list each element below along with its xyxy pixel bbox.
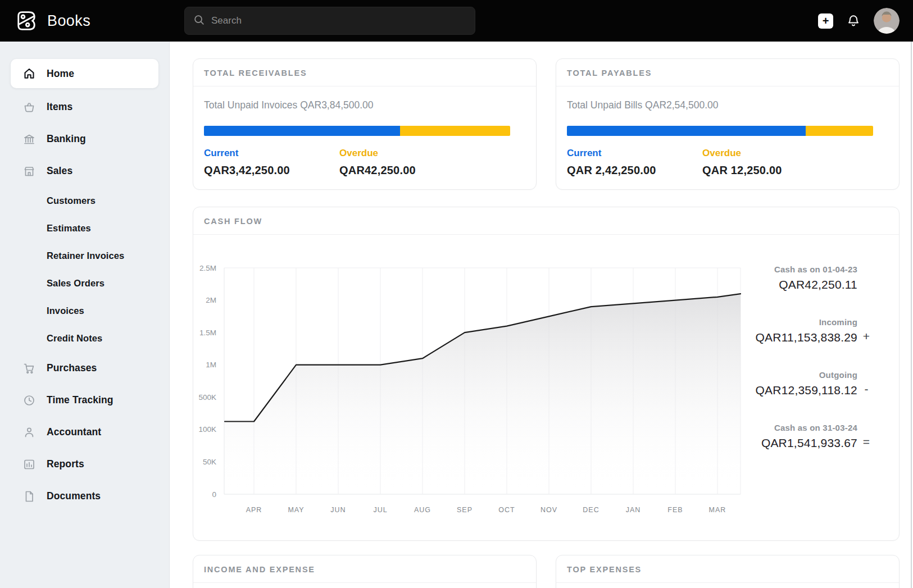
current-amount: QAR 2,42,250.00 [567, 164, 702, 177]
sidebar-item-label: Reports [47, 458, 84, 470]
sidebar: HomeItemsBankingSalesCustomersEstimatesR… [0, 42, 170, 588]
add-button[interactable]: + [818, 13, 833, 29]
sidebar-item-credit-notes[interactable]: Credit Notes [0, 325, 169, 352]
clock-icon [22, 394, 36, 407]
summary-value: QAR1,541,933.67 [761, 436, 857, 450]
current-bar-segment [567, 126, 806, 136]
user-avatar[interactable] [874, 8, 900, 34]
summary-operator [857, 290, 875, 291]
sidebar-item-label: Sales Orders [47, 278, 105, 289]
basket-icon [22, 101, 36, 114]
main-content: TOTAL RECEIVABLES Total Unpaid Invoices … [170, 42, 913, 588]
cashflow-chart-svg: 050K100K500K1M1.5M2M2.5MAPRMAYJUNJULAUGS… [193, 243, 741, 523]
current-label: Current [567, 148, 702, 159]
sidebar-item-reports[interactable]: Reports [0, 448, 169, 480]
top-expenses-title: TOP EXPENSES [556, 555, 899, 583]
current-bar-segment [204, 126, 400, 136]
summary-label: Incoming [756, 317, 857, 327]
x-axis-label: JUN [330, 506, 346, 514]
payables-card-title: TOTAL PAYABLES [556, 59, 899, 86]
cashflow-summary-row: Cash as on 01-04-23QAR42,250.11 [774, 265, 875, 291]
scrollbar-track[interactable] [911, 42, 912, 588]
x-axis-label: NOV [540, 506, 557, 514]
current-label: Current [204, 148, 339, 159]
y-axis-label: 500K [198, 393, 216, 402]
x-axis-label: MAR [709, 506, 726, 514]
summary-value: QAR12,359,118.12 [756, 384, 857, 397]
sidebar-item-label: Items [47, 101, 72, 113]
summary-label: Outgoing [756, 370, 857, 380]
sidebar-item-label: Banking [47, 133, 86, 145]
unpaid-invoices-summary: Total Unpaid Invoices QAR3,84,500.00 [204, 99, 525, 111]
books-logo-icon [14, 8, 39, 34]
cashflow-area-fill [225, 294, 741, 494]
person-icon [22, 426, 36, 439]
income-expense-title: INCOME AND EXPENSE [193, 555, 536, 583]
x-axis-label: APR [246, 506, 262, 514]
store-icon [22, 165, 36, 178]
bank-icon [22, 133, 36, 146]
summary-value: QAR11,153,838.29 [756, 331, 857, 344]
sidebar-item-customers[interactable]: Customers [0, 187, 169, 215]
sidebar-item-retainer-invoices[interactable]: Retainer Invoices [0, 242, 169, 270]
summary-label: Cash as on 31-03-24 [761, 423, 857, 432]
cash-flow-title: CASH FLOW [193, 207, 899, 235]
receivables-card-title: TOTAL RECEIVABLES [193, 59, 536, 86]
overdue-label: Overdue [339, 148, 416, 159]
y-axis-label: 0 [212, 490, 216, 499]
document-icon [22, 490, 36, 503]
x-axis-label: AUG [414, 506, 431, 514]
sidebar-item-items[interactable]: Items [0, 91, 169, 123]
app-title: Books [47, 12, 90, 30]
overdue-label: Overdue [702, 148, 782, 159]
sidebar-item-label: Invoices [47, 306, 84, 316]
sidebar-item-documents[interactable]: Documents [0, 480, 169, 512]
current-amount: QAR3,42,250.00 [204, 164, 339, 177]
sidebar-item-label: Documents [47, 490, 101, 502]
sidebar-item-sales-orders[interactable]: Sales Orders [0, 270, 169, 297]
report-icon [22, 458, 36, 471]
total-receivables-card: TOTAL RECEIVABLES Total Unpaid Invoices … [193, 58, 537, 190]
sidebar-item-label: Accountant [47, 426, 101, 438]
home-icon [22, 67, 36, 80]
x-axis-label: DEC [583, 506, 599, 514]
search-input[interactable]: Search [184, 7, 475, 35]
sidebar-item-home[interactable]: Home [11, 59, 158, 88]
x-axis-label: OCT [498, 506, 515, 514]
sidebar-item-accountant[interactable]: Accountant [0, 416, 169, 448]
x-axis-label: JUL [373, 506, 387, 514]
sidebar-item-label: Customers [47, 195, 96, 206]
x-axis-label: MAY [288, 506, 304, 514]
app-logo[interactable]: Books [14, 8, 90, 34]
cashflow-summary-row: Cash as on 31-03-24QAR1,541,933.67= [761, 423, 875, 450]
sidebar-item-banking[interactable]: Banking [0, 123, 169, 155]
sidebar-item-label: Credit Notes [47, 333, 102, 344]
sidebar-item-time-tracking[interactable]: Time Tracking [0, 384, 169, 416]
sidebar-item-invoices[interactable]: Invoices [0, 297, 169, 325]
sidebar-nav: HomeItemsBankingSalesCustomersEstimatesR… [0, 42, 169, 512]
y-axis-label: 1M [206, 361, 216, 369]
summary-label: Cash as on 01-04-23 [774, 265, 857, 274]
overdue-amount: QAR42,250.00 [339, 164, 416, 177]
overdue-bar-segment [806, 126, 873, 136]
y-axis-label: 1.5M [199, 329, 216, 337]
cashflow-summary-row: OutgoingQAR12,359,118.12- [756, 370, 875, 397]
overdue-bar-segment [400, 126, 510, 136]
y-axis-label: 2M [206, 296, 216, 304]
cashflow-summary: Cash as on 01-04-23QAR42,250.11IncomingQ… [741, 235, 899, 541]
payables-progress-bar [567, 126, 873, 136]
notifications-bell-icon[interactable] [846, 13, 861, 28]
summary-value: QAR42,250.11 [774, 278, 857, 291]
summary-operator: - [857, 382, 875, 397]
sidebar-item-estimates[interactable]: Estimates [0, 215, 169, 242]
cash-flow-card: CASH FLOW 050K100K500K1M1.5M2M2.5MAPRMAY… [193, 207, 900, 541]
sidebar-item-purchases[interactable]: Purchases [0, 352, 169, 384]
overdue-amount: QAR 12,250.00 [702, 164, 782, 177]
x-axis-label: SEP [457, 506, 473, 514]
search-placeholder: Search [211, 15, 242, 26]
sidebar-item-sales[interactable]: Sales [0, 155, 169, 187]
x-axis-label: FEB [667, 506, 683, 514]
summary-operator: + [857, 330, 875, 344]
sidebar-item-label: Time Tracking [47, 394, 113, 406]
receivables-progress-bar [204, 126, 510, 136]
